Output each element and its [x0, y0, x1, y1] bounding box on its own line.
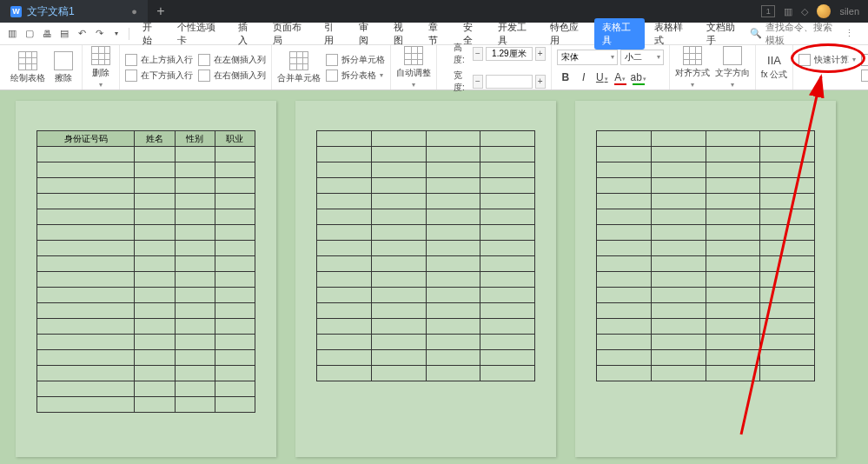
header-cell[interactable]: 姓名	[135, 131, 175, 147]
table-row[interactable]	[597, 225, 815, 241]
table-cell[interactable]	[135, 162, 175, 178]
table-cell[interactable]	[651, 178, 706, 194]
table-cell[interactable]	[760, 272, 815, 288]
header-cell[interactable]: 性别	[175, 131, 215, 147]
table-cell[interactable]	[317, 225, 372, 241]
table-cell[interactable]	[706, 131, 760, 147]
command-search[interactable]: 🔍 查找命令、搜索模板 ⋮	[750, 21, 863, 47]
table-row[interactable]	[597, 350, 815, 366]
table-cell[interactable]	[651, 366, 706, 381]
highlight-button[interactable]: ab	[630, 69, 647, 86]
table-cell[interactable]	[215, 178, 255, 194]
ql-more-icon[interactable]: ▾	[109, 27, 123, 41]
delete-button[interactable]: 删除▾	[88, 46, 114, 89]
document-tab[interactable]: W 文字文稿1 ●	[0, 0, 148, 23]
table-row[interactable]	[597, 162, 815, 178]
table-row[interactable]	[317, 131, 535, 147]
table-cell[interactable]	[706, 319, 760, 335]
table-row[interactable]	[37, 209, 255, 225]
table-row[interactable]	[37, 288, 255, 303]
table-cell[interactable]	[426, 147, 480, 162]
table-cell[interactable]	[706, 303, 760, 319]
table-cell[interactable]	[760, 256, 815, 272]
table-cell[interactable]	[480, 209, 535, 225]
table-cell[interactable]	[651, 225, 706, 241]
table-row[interactable]	[597, 241, 815, 256]
table-row[interactable]	[317, 303, 535, 319]
table-cell[interactable]	[175, 288, 215, 303]
table-cell[interactable]	[317, 303, 372, 319]
ql-print-icon[interactable]: 🖶	[40, 27, 54, 41]
table-cell[interactable]	[426, 131, 480, 147]
table-cell[interactable]	[37, 209, 135, 225]
table-cell[interactable]	[215, 381, 255, 397]
table-cell[interactable]	[706, 162, 760, 178]
table-row[interactable]	[317, 288, 535, 303]
text-direction-button[interactable]: 文字方向▾	[715, 46, 750, 89]
table-cell[interactable]	[135, 272, 175, 288]
table-cell[interactable]	[426, 241, 480, 256]
table-cell[interactable]	[135, 288, 175, 303]
table-cell[interactable]	[175, 209, 215, 225]
table-row[interactable]	[317, 178, 535, 194]
table-page-3[interactable]	[596, 130, 815, 381]
table-cell[interactable]	[317, 131, 372, 147]
table-cell[interactable]	[175, 397, 215, 413]
height-inc-button[interactable]: +	[535, 47, 546, 61]
table-cell[interactable]	[426, 209, 480, 225]
table-cell[interactable]	[215, 147, 255, 162]
table-row[interactable]	[597, 319, 815, 335]
table-row[interactable]	[597, 209, 815, 225]
table-cell[interactable]	[706, 350, 760, 366]
draw-table-button[interactable]: 绘制表格	[10, 51, 45, 84]
table-cell[interactable]	[37, 381, 135, 397]
table-cell[interactable]	[597, 162, 652, 178]
table-cell[interactable]	[480, 335, 535, 350]
table-cell[interactable]	[480, 225, 535, 241]
table-cell[interactable]	[760, 288, 815, 303]
table-row[interactable]	[597, 256, 815, 272]
table-cell[interactable]	[597, 335, 652, 350]
table-cell[interactable]	[480, 272, 535, 288]
table-cell[interactable]	[371, 241, 426, 256]
table-cell[interactable]	[651, 288, 706, 303]
page-3[interactable]	[575, 101, 836, 457]
table-cell[interactable]	[317, 256, 372, 272]
table-cell[interactable]	[371, 335, 426, 350]
table-cell[interactable]	[215, 241, 255, 256]
table-cell[interactable]	[37, 241, 135, 256]
table-cell[interactable]	[706, 194, 760, 209]
italic-button[interactable]: I	[575, 69, 593, 86]
header-cell[interactable]: 职业	[215, 131, 255, 147]
page-1[interactable]: 身份证号码 姓名 性别 职业	[16, 101, 276, 457]
table-cell[interactable]	[706, 256, 760, 272]
font-color-button[interactable]: A	[612, 69, 629, 86]
table-cell[interactable]	[37, 335, 135, 350]
table-cell[interactable]	[371, 366, 426, 381]
table-cell[interactable]	[317, 147, 372, 162]
table-cell[interactable]	[480, 319, 535, 335]
table-cell[interactable]	[371, 303, 426, 319]
table-cell[interactable]	[371, 178, 426, 194]
table-cell[interactable]	[37, 194, 135, 209]
table-cell[interactable]	[215, 225, 255, 241]
ql-menu-icon[interactable]: ▥	[5, 27, 19, 41]
table-row[interactable]	[37, 147, 255, 162]
table-cell[interactable]	[426, 256, 480, 272]
table-row[interactable]	[597, 194, 815, 209]
table-row[interactable]	[597, 303, 815, 319]
erase-button[interactable]: 擦除	[50, 51, 76, 84]
table-cell[interactable]	[706, 272, 760, 288]
font-size-select[interactable]: 小二	[620, 50, 664, 65]
table-cell[interactable]	[317, 162, 372, 178]
table-cell[interactable]	[597, 178, 652, 194]
table-cell[interactable]	[597, 256, 652, 272]
table-cell[interactable]	[215, 256, 255, 272]
table-cell[interactable]	[135, 335, 175, 350]
table-cell[interactable]	[175, 303, 215, 319]
table-cell[interactable]	[651, 335, 706, 350]
table-row[interactable]	[317, 225, 535, 241]
table-cell[interactable]	[371, 194, 426, 209]
table-cell[interactable]	[215, 303, 255, 319]
ql-open-icon[interactable]: ▢	[23, 27, 36, 41]
